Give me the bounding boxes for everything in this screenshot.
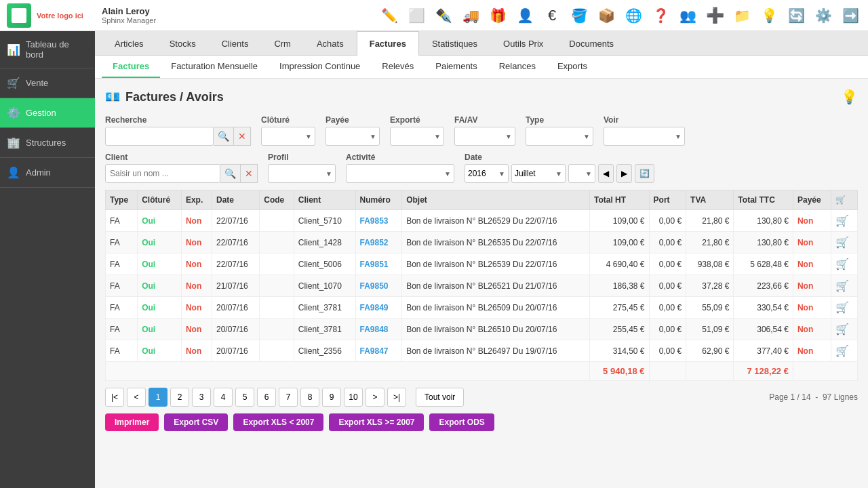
tab-clients[interactable]: Clients <box>209 31 262 56</box>
tab-articles[interactable]: Articles <box>102 31 157 56</box>
subtab-releves[interactable]: Relevés <box>371 56 425 78</box>
invoice-link[interactable]: FA9849 <box>360 303 389 312</box>
folder-icon[interactable]: 📁 <box>731 5 753 26</box>
page-btn-10[interactable]: 10 <box>344 388 363 407</box>
sidebar-item-admin[interactable]: 👤 Admin <box>0 158 95 188</box>
cart-icon[interactable]: 🛒 <box>835 302 849 313</box>
cell-cart[interactable]: 🛒 <box>831 297 858 319</box>
page-btn-1[interactable]: 1 <box>149 388 167 407</box>
page-btn-5[interactable]: 5 <box>235 388 254 407</box>
cart-icon[interactable]: 🛒 <box>835 323 849 335</box>
payee-select[interactable]: Oui Non <box>326 127 380 146</box>
edit-icon[interactable]: ✒️ <box>433 5 454 26</box>
tab-documents[interactable]: Documents <box>556 31 627 56</box>
client-search-btn[interactable]: 🔍 <box>220 164 241 183</box>
invoice-link[interactable]: FA9847 <box>360 346 389 356</box>
export-csv-btn[interactable]: Export CSV <box>164 413 228 431</box>
page-btn-2[interactable]: 2 <box>170 388 189 407</box>
euro-icon[interactable]: € <box>541 5 563 26</box>
pencil-icon[interactable]: ✏️ <box>378 5 400 26</box>
recherche-input[interactable] <box>105 127 214 146</box>
person-icon[interactable]: 👤 <box>514 5 536 26</box>
bucket-icon[interactable]: 🪣 <box>568 5 590 26</box>
date-prev-btn[interactable]: ◀ <box>598 164 614 183</box>
date-refresh-btn[interactable]: 🔄 <box>635 164 654 183</box>
client-clear-btn[interactable]: ✕ <box>241 164 258 183</box>
page-first-btn[interactable]: |< <box>105 388 124 407</box>
recherche-clear-btn[interactable]: ✕ <box>234 127 251 146</box>
cloture-select[interactable]: Oui Non <box>261 127 315 146</box>
invoice-link[interactable]: FA9848 <box>360 325 389 334</box>
cell-cart[interactable]: 🛒 <box>831 319 858 340</box>
bulb-icon[interactable]: 💡 <box>758 5 780 26</box>
subtab-facturation-mensuelle[interactable]: Facturation Mensuelle <box>160 56 269 78</box>
cart-icon[interactable]: 🛒 <box>835 215 849 226</box>
cell-cart[interactable]: 🛒 <box>831 232 858 253</box>
invoice-link[interactable]: FA9851 <box>360 260 389 269</box>
recherche-search-btn[interactable]: 🔍 <box>214 127 234 146</box>
voir-select[interactable] <box>604 127 685 146</box>
page-btn-7[interactable]: 7 <box>279 388 298 407</box>
hint-icon[interactable]: 💡 <box>841 89 858 105</box>
truck-icon[interactable]: 🚚 <box>460 5 481 26</box>
tab-outils-prix[interactable]: Outils Prix <box>490 31 556 56</box>
refresh-icon[interactable]: 🔄 <box>785 5 807 26</box>
subtab-paiements[interactable]: Paiements <box>425 56 488 78</box>
plus-icon[interactable]: ➕ <box>704 5 726 26</box>
subtab-impression-continue[interactable]: Impression Continue <box>269 56 371 78</box>
sidebar-item-structures[interactable]: 🏢 Structures <box>0 128 95 158</box>
help-icon[interactable]: ❓ <box>650 5 671 26</box>
tout-voir-btn[interactable]: Tout voir <box>416 388 464 407</box>
tab-achats[interactable]: Achats <box>304 31 357 56</box>
date-next-btn[interactable]: ▶ <box>616 164 632 183</box>
page-btn-3[interactable]: 3 <box>192 388 211 407</box>
subtab-factures[interactable]: Factures <box>102 56 160 78</box>
invoice-link[interactable]: FA9852 <box>360 238 389 247</box>
subtab-relances[interactable]: Relances <box>488 56 547 78</box>
settings-icon[interactable]: ⚙️ <box>812 5 834 26</box>
tab-factures[interactable]: Factures <box>357 31 419 56</box>
month-select[interactable]: Juillet <box>511 164 566 183</box>
page-prev-btn[interactable]: < <box>127 388 146 407</box>
week-select[interactable] <box>568 164 595 183</box>
page-btn-8[interactable]: 8 <box>300 388 319 407</box>
gift-icon[interactable]: 🎁 <box>487 5 509 26</box>
box-icon[interactable]: 📦 <box>595 5 617 26</box>
cell-cart[interactable]: 🛒 <box>831 340 858 362</box>
export-xls-old-btn[interactable]: Export XLS < 2007 <box>233 413 323 431</box>
cart-icon[interactable]: 🛒 <box>835 237 849 248</box>
page-next-btn[interactable]: > <box>366 388 384 407</box>
page-btn-6[interactable]: 6 <box>257 388 276 407</box>
sidebar-item-gestion[interactable]: ⚙️ Gestion <box>0 98 95 128</box>
cell-cart[interactable]: 🛒 <box>831 210 858 232</box>
tab-statistiques[interactable]: Statistiques <box>419 31 490 56</box>
cart-icon[interactable]: 🛒 <box>835 280 849 291</box>
subtab-exports[interactable]: Exports <box>547 56 598 78</box>
page-btn-9[interactable]: 9 <box>322 388 341 407</box>
globe-icon[interactable]: 🌐 <box>623 5 644 26</box>
sidebar-item-tableau[interactable]: 📊 Tableau de bord <box>0 31 95 68</box>
year-select[interactable]: 2016 <box>465 164 509 183</box>
tab-stocks[interactable]: Stocks <box>157 31 209 56</box>
sidebar-item-vente[interactable]: 🛒 Vente <box>0 68 95 98</box>
invoice-link[interactable]: FA9853 <box>360 216 389 226</box>
cart-icon[interactable]: 🛒 <box>835 345 849 357</box>
profil-select[interactable] <box>268 164 336 183</box>
type-select[interactable] <box>526 127 593 146</box>
page-last-btn[interactable]: >| <box>387 388 406 407</box>
cell-cart[interactable]: 🛒 <box>831 253 858 275</box>
cart-icon[interactable]: 🛒 <box>835 258 849 270</box>
exit-icon[interactable]: ➡️ <box>840 5 861 26</box>
export-ods-btn[interactable]: Export ODS <box>429 413 494 431</box>
activite-select[interactable] <box>346 164 454 183</box>
print-btn[interactable]: Imprimer <box>105 413 159 431</box>
tab-crm[interactable]: Crm <box>261 31 304 56</box>
faav-select[interactable]: FA AV <box>454 127 515 146</box>
invoice-link[interactable]: FA9850 <box>360 281 389 291</box>
cell-cart[interactable]: 🛒 <box>831 275 858 297</box>
client-input[interactable] <box>105 164 220 183</box>
square-icon[interactable]: ⬜ <box>406 5 427 26</box>
page-btn-4[interactable]: 4 <box>214 388 233 407</box>
users-icon[interactable]: 👥 <box>677 5 698 26</box>
export-xls-new-btn[interactable]: Export XLS >= 2007 <box>329 413 424 431</box>
